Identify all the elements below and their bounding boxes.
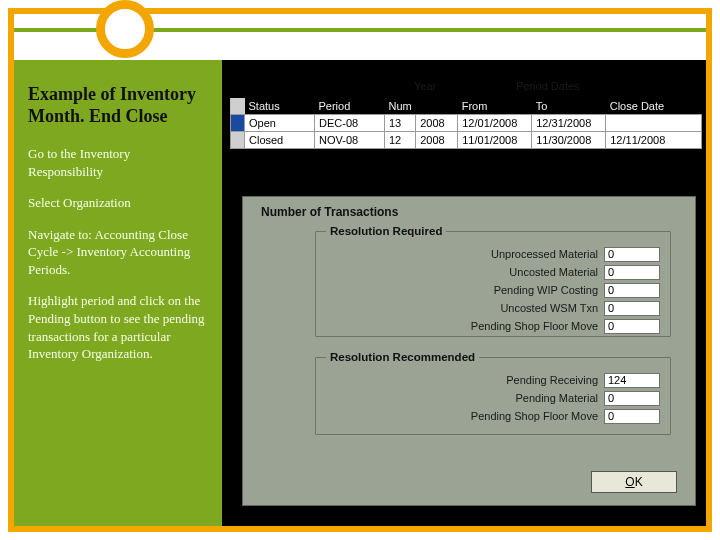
col-close-date: Close Date xyxy=(606,98,702,115)
legend-recommended: Resolution Recommended xyxy=(326,351,479,363)
periods-grid: Status Period Num From To Close Date Ope… xyxy=(230,98,702,149)
periods-header-row: Status Period Num From To Close Date xyxy=(231,98,702,115)
cell-to[interactable]: 11/30/2008 xyxy=(532,132,606,149)
cell-status[interactable]: Closed xyxy=(245,132,315,149)
cell-from[interactable]: 11/01/2008 xyxy=(458,132,532,149)
label-period-dates: Period Dates xyxy=(516,80,580,92)
ok-button[interactable]: OK xyxy=(591,471,677,493)
field-pending-shop-req xyxy=(604,319,660,334)
field-pending-receiving xyxy=(604,373,660,388)
cell-year[interactable]: 2008 xyxy=(416,132,458,149)
cell-num[interactable]: 12 xyxy=(385,132,416,149)
step-2: Select Organization xyxy=(28,194,208,212)
slide-title: Example of Inventory Month. End Close xyxy=(28,84,208,127)
app-screenshot: Year Period Dates Status Period Num From… xyxy=(222,60,706,526)
cell-to[interactable]: 12/31/2008 xyxy=(532,115,606,132)
cell-close[interactable] xyxy=(606,115,702,132)
dialog-title: Number of Transactions xyxy=(261,205,398,219)
col-to: To xyxy=(532,98,606,115)
field-pending-material xyxy=(604,391,660,406)
label-uncosted-wsm: Uncosted WSM Txn xyxy=(500,302,598,314)
col-selector xyxy=(231,98,245,115)
cell-period[interactable]: DEC-08 xyxy=(315,115,385,132)
instruction-sidebar: Example of Inventory Month. End Close Go… xyxy=(14,60,222,526)
table-row[interactable]: Closed NOV-08 12 2008 11/01/2008 11/30/2… xyxy=(231,132,702,149)
col-year xyxy=(416,98,458,115)
label-unprocessed-material: Unprocessed Material xyxy=(491,248,598,260)
col-status: Status xyxy=(245,98,315,115)
field-uncosted-material xyxy=(604,265,660,280)
label-pending-shop-req: Pending Shop Floor Move xyxy=(471,320,598,332)
field-unprocessed-material xyxy=(604,247,660,262)
label-pending-material: Pending Material xyxy=(515,392,598,404)
decorative-ring xyxy=(96,0,154,58)
pending-transactions-dialog: Number of Transactions Resolution Requir… xyxy=(242,196,696,506)
legend-required: Resolution Required xyxy=(326,225,446,237)
step-1: Go to the Inventory Responsibility xyxy=(28,145,208,180)
label-year: Year xyxy=(414,80,436,92)
cell-year[interactable]: 2008 xyxy=(416,115,458,132)
cell-status[interactable]: Open xyxy=(245,115,315,132)
col-from: From xyxy=(458,98,532,115)
group-resolution-recommended: Resolution Recommended Pending Receiving… xyxy=(315,351,671,435)
step-3: Navigate to: Accounting Close Cycle -> I… xyxy=(28,226,208,279)
table-row[interactable]: Open DEC-08 13 2008 12/01/2008 12/31/200… xyxy=(231,115,702,132)
step-4: Highlight period and click on the Pendin… xyxy=(28,292,208,362)
row-selector[interactable] xyxy=(231,132,245,149)
field-pending-wip xyxy=(604,283,660,298)
field-pending-shop-rec xyxy=(604,409,660,424)
cell-from[interactable]: 12/01/2008 xyxy=(458,115,532,132)
periods-super-header: Year Period Dates xyxy=(222,78,706,98)
label-pending-wip: Pending WIP Costing xyxy=(494,284,598,296)
field-uncosted-wsm xyxy=(604,301,660,316)
cell-period[interactable]: NOV-08 xyxy=(315,132,385,149)
col-period: Period xyxy=(315,98,385,115)
label-pending-shop-rec: Pending Shop Floor Move xyxy=(471,410,598,422)
row-selector[interactable] xyxy=(231,115,245,132)
group-resolution-required: Resolution Required Unprocessed Material… xyxy=(315,225,671,337)
col-num: Num xyxy=(385,98,416,115)
label-uncosted-material: Uncosted Material xyxy=(509,266,598,278)
cell-close[interactable]: 12/11/2008 xyxy=(606,132,702,149)
label-pending-receiving: Pending Receiving xyxy=(506,374,598,386)
cell-num[interactable]: 13 xyxy=(385,115,416,132)
